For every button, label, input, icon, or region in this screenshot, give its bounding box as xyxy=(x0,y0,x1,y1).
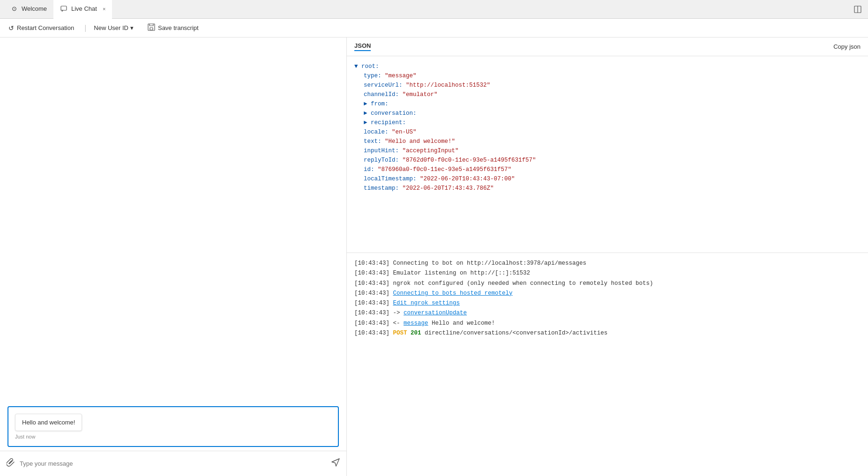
save-transcript-button[interactable]: Save transcript xyxy=(145,22,202,34)
chat-icon xyxy=(60,5,67,13)
log-entry-0: [10:43:43] Connecting to bot on http://l… xyxy=(354,259,861,268)
tab-welcome[interactable]: ⊙ Welcome xyxy=(4,0,53,19)
message-bubble: Hello and welcome! xyxy=(15,414,82,431)
copy-json-button[interactable]: Copy json xyxy=(833,43,861,50)
main-area: Hello and welcome! Just now xyxy=(0,37,868,476)
toolbar-separator: | xyxy=(84,24,86,32)
log-entry-5: [10:43:43] -> conversationUpdate xyxy=(354,308,861,318)
log-entry-3: [10:43:43] Connecting to bots hosted rem… xyxy=(354,289,861,298)
new-user-id-label: New User ID xyxy=(94,24,128,31)
json-channelid-line: channelId: "emulator" xyxy=(354,90,861,99)
json-text-line: text: "Hello and welcome!" xyxy=(354,137,861,146)
restart-conversation-button[interactable]: ↺ Restart Conversation xyxy=(6,22,77,34)
json-panel: JSON Copy json ▼ root: type: "message" s… xyxy=(347,37,868,253)
message-container: Hello and welcome! Just now xyxy=(0,401,346,451)
json-replytoid-line: replyToId: "8762d0f0-f0c0-11ec-93e5-a149… xyxy=(354,156,861,165)
tab-welcome-label: Welcome xyxy=(22,5,47,12)
restart-icon: ↺ xyxy=(8,24,14,32)
message-link[interactable]: message xyxy=(404,320,428,327)
json-serviceurl-line: serviceUrl: "http://localhost:51532" xyxy=(354,81,861,90)
json-title: JSON xyxy=(354,42,371,51)
message-row[interactable]: Hello and welcome! Just now xyxy=(7,406,339,447)
toolbar: ↺ Restart Conversation | New User ID ▾ S… xyxy=(0,19,868,37)
right-panel: JSON Copy json ▼ root: type: "message" s… xyxy=(347,37,868,476)
svg-rect-3 xyxy=(148,24,155,30)
save-icon xyxy=(148,23,155,32)
chat-input[interactable] xyxy=(20,460,327,467)
welcome-icon: ⊙ xyxy=(10,5,18,13)
attach-icon[interactable] xyxy=(7,458,15,469)
log-entry-6: [10:43:43] <- message Hello and welcome! xyxy=(354,319,861,328)
json-locale-line: locale: "en-US" xyxy=(354,127,861,137)
chat-panel: Hello and welcome! Just now xyxy=(0,37,347,476)
json-root-line[interactable]: ▼ root: xyxy=(354,62,861,71)
json-content: ▼ root: type: "message" serviceUrl: "htt… xyxy=(347,56,868,253)
json-timestamp-line: timestamp: "2022-06-20T17:43:43.786Z" xyxy=(354,184,861,193)
log-entry-4: [10:43:43] Edit ngrok settings xyxy=(354,298,861,308)
message-bubble-text: Hello and welcome! xyxy=(22,419,75,426)
log-entry-7: [10:43:43] POST 201 directline/conversat… xyxy=(354,328,861,338)
json-type-line: type: "message" xyxy=(354,71,861,81)
svg-rect-0 xyxy=(61,6,67,10)
message-time: Just now xyxy=(15,434,331,439)
json-header: JSON Copy json xyxy=(347,37,868,56)
tab-live-chat-label: Live Chat xyxy=(71,5,97,12)
chat-messages xyxy=(0,37,346,401)
json-recipient-line[interactable]: ► recipient: xyxy=(354,118,861,127)
dropdown-arrow-icon: ▾ xyxy=(130,24,134,31)
send-icon[interactable] xyxy=(331,458,340,469)
log-entry-1: [10:43:43] Emulator listening on http://… xyxy=(354,268,861,278)
tab-live-chat[interactable]: Live Chat × xyxy=(53,0,112,19)
restart-label: Restart Conversation xyxy=(17,24,74,31)
post-badge: POST xyxy=(393,330,407,336)
connecting-bots-link[interactable]: Connecting to bots hosted remotely xyxy=(393,290,513,297)
close-icon[interactable]: × xyxy=(103,6,105,12)
conversation-update-link[interactable]: conversationUpdate xyxy=(404,310,467,316)
json-localtimestamp-line: localTimestamp: "2022-06-20T10:43:43-07:… xyxy=(354,174,861,184)
json-from-line[interactable]: ► from: xyxy=(354,99,861,109)
new-user-id-dropdown[interactable]: New User ID ▾ xyxy=(94,24,134,31)
svg-rect-4 xyxy=(150,28,153,30)
json-id-line: id: "876960a0-f0c0-11ec-93e5-a1495f631f5… xyxy=(354,165,861,174)
edit-ngrok-link[interactable]: Edit ngrok settings xyxy=(393,300,460,306)
tab-bar: ⊙ Welcome Live Chat × xyxy=(0,0,868,19)
log-entry-2: [10:43:43] ngrok not configured (only ne… xyxy=(354,279,861,289)
json-conversation-line[interactable]: ► conversation: xyxy=(354,109,861,118)
chat-input-area xyxy=(0,451,346,476)
log-panel: [10:43:43] Connecting to bot on http://l… xyxy=(347,253,868,476)
save-transcript-label: Save transcript xyxy=(158,24,199,31)
status-badge: 201 xyxy=(411,330,421,336)
json-inputhint-line: inputHint: "acceptingInput" xyxy=(354,146,861,156)
split-view-button[interactable] xyxy=(851,3,864,16)
